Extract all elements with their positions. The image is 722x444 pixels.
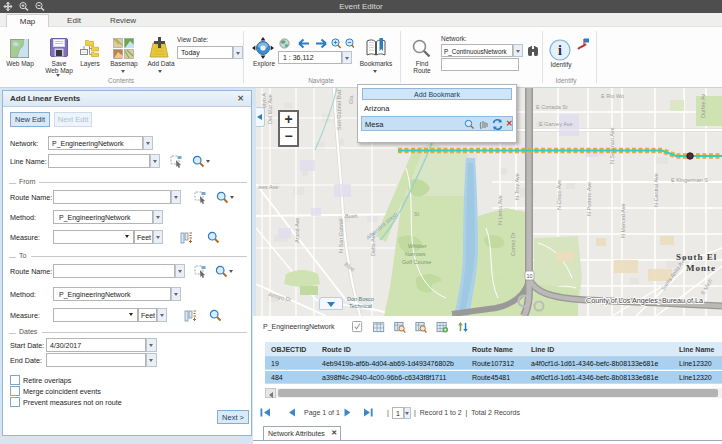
svg-text:South El: South El (676, 252, 717, 262)
svg-text:Narrows: Narrows (405, 251, 426, 257)
svg-text:Del Mar Ave: Del Mar Ave (267, 94, 273, 124)
svg-text:Gla: Gla (348, 95, 354, 105)
svg-text:elyn A: elyn A (261, 93, 267, 108)
svg-text:N San Gabriel: N San Gabriel (338, 218, 344, 253)
svg-text:N Seaman Ave: N Seaman Ave (609, 127, 615, 164)
svg-text:N Merced Ave: N Merced Ave (620, 204, 626, 238)
svg-text:E Kingerman S: E Kingerman S (671, 177, 708, 183)
svg-text:10: 10 (526, 273, 532, 279)
svg-text:E Rio Wo: E Rio Wo (601, 93, 624, 99)
svg-text:i: i (558, 43, 562, 58)
svg-text:Cortez Dr: Cortez Dr (510, 232, 516, 256)
svg-text:E Cortada St: E Cortada St (536, 104, 568, 110)
svg-text:N Potrero Ave: N Potrero Ave (586, 182, 592, 216)
svg-text:Arand Ave: Arand Ave (294, 218, 300, 243)
svg-text:Bush: Bush (345, 213, 358, 219)
svg-text:N Troy Ave: N Troy Ave (514, 173, 520, 200)
svg-text:St: St (414, 211, 420, 217)
svg-text:Monte: Monte (686, 263, 716, 273)
svg-text:Whittier: Whittier (408, 243, 427, 249)
svg-text:Golf Course: Golf Course (402, 259, 431, 265)
svg-text:N Central Ave: N Central Ave (653, 173, 659, 207)
svg-text:wes Ave: wes Ave (257, 184, 278, 190)
svg-text:County of Los Angeles, Bureau: County of Los Angeles, Bureau of La (586, 296, 703, 305)
svg-text:Durfee Av: Durfee Av (700, 94, 706, 118)
svg-text:Technical: Technical (349, 303, 372, 309)
svg-text:E Garvey Ave: E Garvey Ave (539, 121, 573, 127)
svg-text:San Gabriel Bvd: San Gabriel Bvd (336, 90, 342, 130)
svg-text:N Chico Ave: N Chico Ave (556, 180, 562, 210)
svg-text:Don Bosco: Don Bosco (347, 296, 374, 302)
svg-text:N Lema Ave: N Lema Ave (497, 195, 503, 225)
